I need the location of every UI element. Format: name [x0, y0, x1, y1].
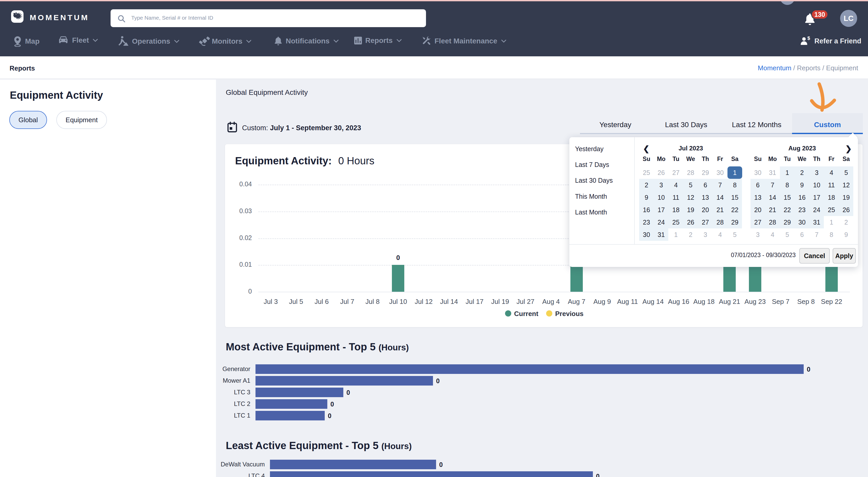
- svg-text:$: $: [808, 36, 810, 41]
